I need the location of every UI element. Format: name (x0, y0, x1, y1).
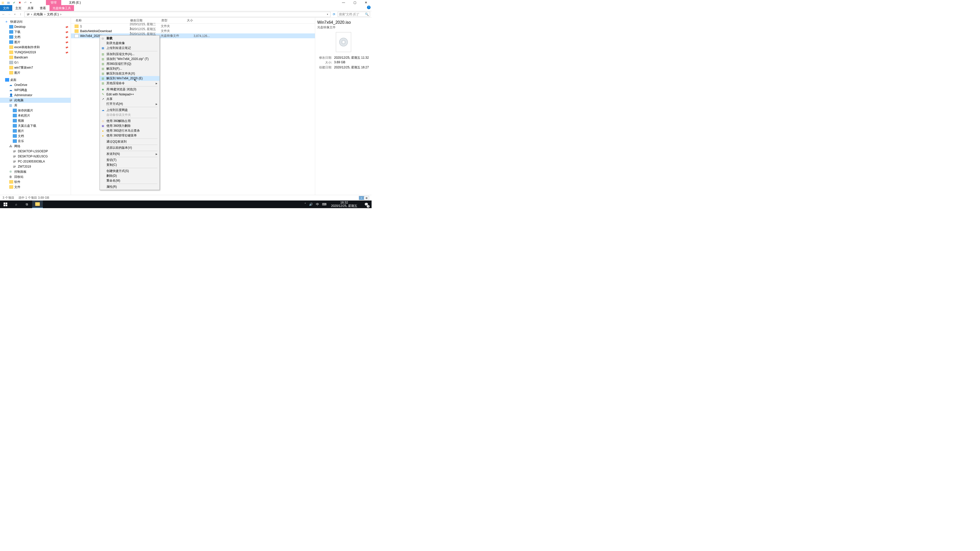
menu-item[interactable]: ↗共享 (100, 97, 159, 102)
nav-lib-item[interactable]: 天翼云盘下载 (0, 123, 71, 128)
menu-item[interactable]: ✎Edit with Notepad++ (100, 92, 159, 97)
tab-share[interactable]: 共享 (24, 5, 37, 11)
crumb-drive[interactable]: 文档 (E:) (46, 12, 59, 17)
menu-item[interactable]: 创建快捷方式(S) (100, 168, 159, 173)
up-button[interactable]: ↑ (18, 13, 22, 16)
menu-item[interactable]: 还原以前的版本(V) (100, 145, 159, 150)
nav-drive-g[interactable]: G:\ (0, 60, 71, 65)
breadcrumb[interactable]: 🖳 › 此电脑 › 文档 (E:) › ▾ (24, 12, 331, 17)
icons-view-icon[interactable]: ▦ (364, 196, 369, 200)
menu-item[interactable]: ▥解压到 Win7x64_2020\ (E) (100, 76, 159, 81)
ime-mode-icon[interactable]: ⌨ (322, 203, 326, 206)
nav-this-pc[interactable]: 🖳此电脑 (0, 98, 71, 103)
tab-view[interactable]: 查看 (37, 5, 49, 11)
nav-desktop-root[interactable]: 桌面 (0, 77, 71, 83)
menu-item[interactable]: 属性(R) (100, 184, 159, 189)
search-input[interactable]: 搜索"文档 (E:)" 🔍 (338, 12, 370, 17)
start-button[interactable] (0, 200, 11, 208)
menu-item[interactable]: 复制(C) (100, 162, 159, 167)
view-toggle[interactable]: ≡ ▦ (359, 196, 369, 200)
nav-desktop[interactable]: Desktop📌 (0, 24, 71, 29)
col-size[interactable]: 大小 (186, 18, 209, 23)
menu-item[interactable]: ▥添加到 "Win7x64_2020.zip" (T) (100, 57, 159, 62)
menu-item[interactable]: ◇使用 360解除占用 (100, 119, 159, 124)
nav-user[interactable]: 👤Administrator (0, 93, 71, 98)
file-row[interactable]: 12020/12/15, 星期二 1...文件夹 (71, 24, 315, 29)
help-button[interactable]: ? (367, 6, 371, 9)
column-headers[interactable]: 名称 修改日期 类型 大小 (71, 17, 315, 24)
address-dropdown-icon[interactable]: ▾ (326, 13, 329, 16)
nav-onedrive[interactable]: ☁OneDrive (0, 83, 71, 87)
minimize-button[interactable]: — (338, 0, 349, 5)
back-button[interactable]: ← (2, 13, 6, 16)
menu-item[interactable]: 重命名(M) (100, 178, 159, 183)
nav-item[interactable]: 软件 (0, 179, 71, 184)
crumb-pc[interactable]: 此电脑 (33, 12, 43, 17)
nav-quick-access[interactable]: ★快速访问 (0, 19, 71, 24)
file-row[interactable]: BaiduNetdiskDownload2020/12/25, 星期五 1...… (71, 29, 315, 33)
qat-dropdown-icon[interactable]: ▾ (29, 1, 33, 4)
nav-wps[interactable]: ☁WPS网盘 (0, 87, 71, 93)
explorer-taskbar-button[interactable] (32, 200, 43, 208)
nav-net-pc[interactable]: 🖳ZMT2019 (0, 164, 71, 169)
forward-button[interactable]: → (7, 13, 11, 16)
qat-pin-icon[interactable]: ▤ (6, 1, 10, 4)
menu-item[interactable]: 刻录光盘映像 (100, 41, 159, 46)
details-view-icon[interactable]: ≡ (359, 196, 364, 200)
menu-item[interactable]: ▥其他压缩命令▶ (100, 81, 159, 86)
qat-undo-icon[interactable]: ↶ (24, 1, 27, 4)
menu-item[interactable]: 删除(D) (100, 173, 159, 178)
clock[interactable]: 16:32 2020/12/25, 星期五 (329, 201, 359, 208)
nav-net-pc[interactable]: 🖳PC-20190530OBLA (0, 159, 71, 164)
nav-lib-item[interactable]: 视频 (0, 118, 71, 123)
nav-libraries[interactable]: ▥库 (0, 103, 71, 108)
qat-check-icon[interactable]: ✔ (12, 1, 16, 4)
tab-file[interactable]: 文件 (0, 5, 12, 11)
tab-disc-image-tools[interactable]: 光盘映像工具 (49, 5, 74, 11)
menu-item[interactable]: 通过QQ发送到 (100, 139, 159, 144)
action-center-button[interactable]: 💬3 (362, 200, 371, 208)
nav-pictures[interactable]: 图片📌 (0, 40, 71, 44)
tray-chevron-icon[interactable]: ˄ (304, 203, 306, 206)
task-view-button[interactable]: ⧉ (21, 200, 32, 208)
nav-network[interactable]: 🖧网络 (0, 144, 71, 149)
menu-item[interactable]: ☁上传到百度网盘 (100, 108, 159, 113)
nav-item[interactable]: excel表格制作求和📌 (0, 44, 71, 50)
menu-item[interactable]: ●使用 360管理右键菜单 (100, 133, 159, 138)
recent-dropdown[interactable]: ▾ (13, 13, 17, 16)
nav-item[interactable]: 图片 (0, 70, 71, 75)
maximize-button[interactable]: ▢ (349, 0, 360, 5)
menu-item[interactable]: ●使用 360进行木马云查杀 (100, 128, 159, 133)
nav-control-panel[interactable]: ⛭控制面板 (0, 169, 71, 174)
nav-net-pc[interactable]: 🖳DESKTOP-LSSOEDP (0, 149, 71, 154)
menu-item[interactable]: ▥解压到(F)... (100, 66, 159, 71)
menu-item[interactable]: ▥用360压缩打开(Q) (100, 62, 159, 66)
menu-item[interactable]: ▣使用 360强力删除 (100, 124, 159, 128)
nav-lib-item[interactable]: 音乐 (0, 138, 71, 144)
nav-lib-item[interactable]: 图片 (0, 128, 71, 133)
menu-item[interactable]: ▥解压到当前文件夹(X) (100, 71, 159, 76)
nav-net-pc[interactable]: 🖳DESKTOP-NJEU3CG (0, 154, 71, 159)
nav-item[interactable]: 文件 (0, 184, 71, 189)
menu-item[interactable]: ◎装载 (100, 36, 159, 41)
nav-item[interactable]: YUNQISHI2019📌 (0, 50, 71, 55)
nav-lib-item[interactable]: 本机照片 (0, 113, 71, 118)
nav-item[interactable]: Bandicam (0, 55, 71, 60)
close-button[interactable]: ✕ (360, 0, 372, 5)
nav-lib-item[interactable]: 保存的图片 (0, 108, 71, 113)
menu-item[interactable]: 发送到(N)▶ (100, 151, 159, 156)
nav-item[interactable]: win7重装win7 (0, 65, 71, 70)
volume-icon[interactable]: 🔊 (309, 203, 313, 206)
qat-close-icon[interactable]: ✖ (18, 1, 21, 4)
nav-lib-item[interactable]: 文档 (0, 133, 71, 138)
tab-home[interactable]: 主页 (12, 5, 24, 11)
menu-item[interactable]: ◆用 蜂蜜浏览器 浏览(3) (100, 87, 159, 92)
col-name[interactable]: 名称 (75, 18, 129, 23)
menu-item[interactable]: ▥添加到压缩文件(A)... (100, 52, 159, 57)
refresh-button[interactable]: ⟳ (332, 13, 336, 16)
menu-item[interactable]: ▦上传到有道云笔记 (100, 46, 159, 51)
nav-recycle-bin[interactable]: 🗑回收站 (0, 174, 71, 179)
nav-documents[interactable]: 文档📌 (0, 35, 71, 40)
ime-indicator[interactable]: 中 (316, 202, 319, 206)
col-type[interactable]: 类型 (160, 18, 186, 23)
